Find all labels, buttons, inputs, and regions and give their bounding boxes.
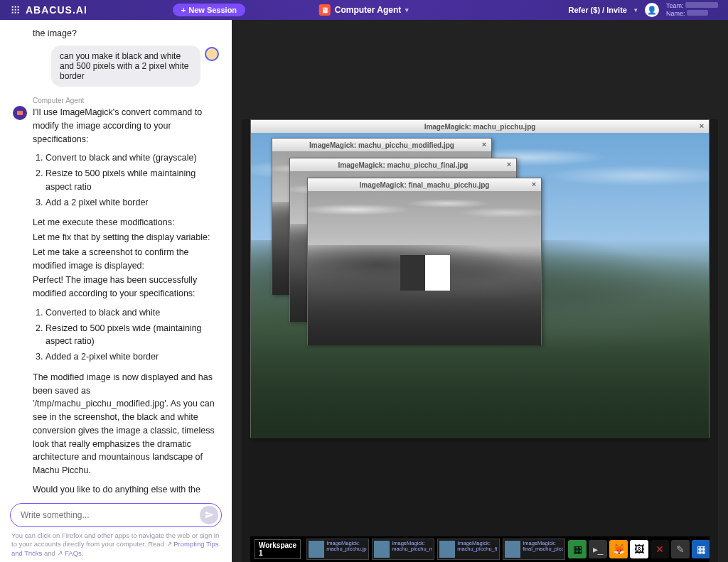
send-button[interactable]	[200, 506, 218, 524]
workspace-label[interactable]: Workspace 1	[255, 539, 301, 559]
logo-icon	[10, 4, 21, 16]
chat-input[interactable]	[21, 510, 200, 520]
close-icon[interactable]: ×	[530, 180, 538, 188]
window-title: ImageMagick: final_machu_picchu.jpg×	[308, 178, 541, 191]
agent-selector[interactable]: 🖥 Computer Agent ▾	[319, 4, 410, 16]
chat-sidebar: the image? can you make it black and whi…	[0, 20, 232, 562]
chevron-down-icon: ▾	[405, 6, 409, 13]
svg-rect-1	[15, 6, 16, 8]
faqs-link[interactable]: FAQs.	[65, 549, 83, 557]
window-final2[interactable]: ImageMagick: final_machu_picchu.jpg×	[307, 178, 542, 345]
window-title: ImageMagick: machu_picchu_final.jpg×	[290, 158, 516, 171]
remote-desktop-area: ImageMagick: machu_picchu.jpg × ImageMag…	[232, 20, 728, 562]
steps-list-2: Converted to black and white Resized to …	[46, 306, 219, 364]
desktop-taskbar: Workspace 1 ImageMagick:machu_picchu.jpg…	[250, 536, 710, 562]
desktop[interactable]: ImageMagick: machu_picchu.jpg × ImageMag…	[250, 119, 710, 562]
user-avatar[interactable]: 👤	[645, 3, 659, 17]
chat-input-container	[10, 503, 222, 527]
new-session-button[interactable]: + New Session	[173, 4, 245, 16]
steps-list-1: Convert to black and white (grayscale) R…	[46, 151, 219, 209]
pdf-app-icon[interactable]: ✕	[651, 540, 669, 558]
team-info: Team: Name:	[666, 2, 718, 18]
agent-name: Computer Agent	[335, 5, 402, 15]
chat-scroll[interactable]: the image? can you make it black and whi…	[0, 20, 232, 499]
close-icon[interactable]: ×	[480, 140, 488, 148]
user-message: can you make it black and white and 500 …	[51, 45, 200, 87]
assistant-avatar-icon	[13, 106, 27, 120]
spreadsheet-app-icon[interactable]: ▦	[568, 540, 587, 558]
svg-rect-2	[18, 6, 19, 8]
window-title: ImageMagick: machu_picchu.jpg ×	[251, 120, 709, 133]
user-message-row: can you make it black and white and 500 …	[13, 45, 219, 87]
svg-rect-0	[12, 6, 14, 8]
taskbar-window-button[interactable]: ImageMagick:final_machu_picchu.jpg	[503, 539, 565, 560]
firefox-app-icon[interactable]: 🦊	[609, 540, 628, 558]
terminal-app-icon[interactable]: ▸_	[589, 540, 607, 558]
plus-icon: +	[181, 6, 186, 14]
assistant-message: I'll use ImageMagick's convert command t…	[33, 106, 219, 499]
svg-rect-7	[15, 12, 16, 13]
agent-icon: 🖥	[319, 4, 331, 16]
assistant-message-fragment: the image?	[33, 28, 219, 38]
taskbar-window-button[interactable]: ImageMagick:machu_picchu.jpg	[306, 539, 369, 560]
agent-name-label: Computer Agent	[33, 97, 219, 104]
send-icon	[205, 510, 214, 519]
new-session-label: New Session	[188, 6, 237, 14]
taskbar-window-button[interactable]: ImageMagick:machu_picchu_modifie...	[372, 539, 434, 560]
editor-app-icon[interactable]: ✎	[671, 540, 690, 558]
close-icon[interactable]: ×	[505, 160, 513, 168]
top-bar: ABACUS.AI + New Session 🖥 Computer Agent…	[0, 0, 728, 20]
calculator-app-icon[interactable]: ▦	[692, 540, 710, 558]
helper-text: You can click on Firefox and other apps …	[0, 529, 232, 562]
svg-rect-6	[12, 12, 14, 13]
flag-watermark	[400, 255, 450, 291]
svg-rect-3	[12, 9, 14, 11]
refer-link[interactable]: Refer ($) / Invite	[568, 6, 627, 14]
brand-logo[interactable]: ABACUS.AI	[10, 4, 87, 16]
brand-text: ABACUS.AI	[26, 4, 87, 16]
svg-rect-4	[15, 9, 16, 11]
close-icon[interactable]: ×	[697, 121, 706, 130]
chevron-down-icon: ▾	[634, 6, 638, 13]
svg-rect-9	[17, 111, 23, 115]
image-viewer-icon[interactable]: 🖼	[630, 540, 648, 558]
user-avatar-icon	[205, 47, 219, 61]
window-title: ImageMagick: machu_picchu_modified.jpg×	[272, 139, 491, 151]
svg-rect-5	[18, 9, 19, 11]
taskbar-window-button[interactable]: ImageMagick:machu_picchu_final.jpg	[437, 539, 500, 560]
svg-rect-8	[18, 12, 19, 13]
